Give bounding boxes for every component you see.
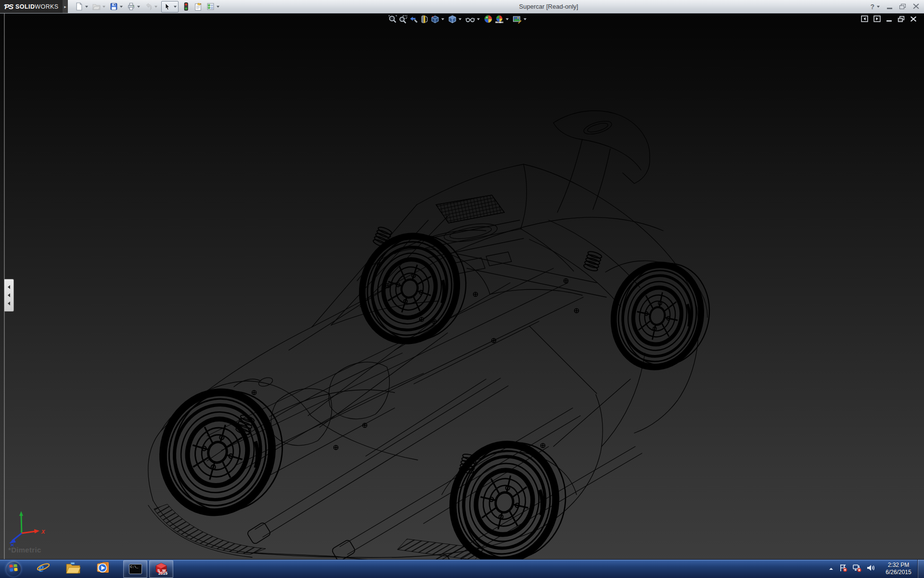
document-minimize-button[interactable] (886, 15, 892, 24)
view-orientation-button[interactable] (430, 14, 447, 24)
app-minimize-button[interactable] (887, 4, 892, 9)
brand-bold: SOLID (15, 3, 35, 10)
save-button[interactable] (109, 1, 123, 12)
headsup-view-toolbar (388, 14, 529, 24)
rebuild-button[interactable] (182, 1, 190, 12)
select-button[interactable] (163, 1, 172, 12)
save-dropdown-arrow[interactable] (120, 6, 123, 8)
wireframe-supercar (0, 13, 924, 560)
select-dropdown-arrow[interactable] (174, 6, 177, 8)
apply-scene-icon (495, 14, 504, 24)
media-player-icon (96, 561, 110, 577)
triad-x-label: X (41, 529, 45, 535)
undo-icon (144, 2, 153, 11)
internet-explorer-icon: e (36, 561, 51, 577)
new-document-button[interactable] (75, 1, 89, 12)
hide-show-items-icon (465, 15, 475, 24)
network-status-button[interactable] (853, 564, 861, 574)
select-button-group (161, 1, 179, 13)
chevron-up-icon (828, 566, 834, 571)
help-dropdown-arrow[interactable] (877, 6, 880, 8)
app-window-controls: ? (870, 0, 919, 13)
document-minimize-icon (886, 15, 892, 24)
volume-button[interactable] (867, 564, 875, 574)
print-dropdown-arrow[interactable] (137, 6, 140, 8)
view-settings-dropdown-arrow[interactable] (524, 18, 526, 20)
document-restore-button[interactable] (898, 15, 905, 24)
show-hidden-icons-button[interactable] (828, 566, 834, 571)
command-prompt-button[interactable]: C:\_ (123, 560, 147, 578)
collapse-panel-left-button[interactable] (861, 15, 868, 24)
section-view-button[interactable] (420, 14, 429, 24)
app-close-button[interactable] (913, 2, 919, 11)
svg-text:e: e (38, 561, 44, 575)
open-icon (92, 2, 101, 11)
zoom-to-area-icon (399, 15, 408, 24)
restore-icon (899, 4, 906, 9)
document-restore-icon (898, 15, 905, 24)
zoom-to-fit-button[interactable] (388, 14, 398, 24)
hide-show-items-dropdown-arrow[interactable] (477, 18, 480, 20)
solidworks-taskbar-button[interactable]: S W 2015 (149, 560, 173, 578)
expand-panel-right-button[interactable] (873, 15, 881, 24)
options-dropdown-arrow[interactable] (217, 6, 219, 8)
solidworks-logo-icon: ƤS (4, 2, 13, 11)
action-center-flag-icon (839, 564, 847, 574)
options-button[interactable] (206, 1, 220, 12)
solidworks-2015-icon: S W 2015 (155, 563, 167, 575)
expand-panel-right-icon (873, 15, 881, 24)
feature-panel-collapsed-tab[interactable] (4, 279, 14, 312)
document-close-icon (910, 15, 917, 24)
view-settings-icon (513, 15, 522, 24)
collapse-arrow-icon (8, 302, 10, 305)
zoom-to-area-button[interactable] (398, 14, 408, 24)
select-cursor-icon (164, 3, 171, 11)
view-settings-button[interactable] (512, 14, 529, 24)
display-style-dropdown-arrow[interactable] (459, 18, 462, 20)
orientation-triad: X (6, 510, 49, 549)
save-icon (110, 2, 118, 11)
clock-time: 2:32 PM (881, 562, 916, 569)
start-button[interactable] (6, 561, 21, 577)
view-orientation-dropdown-arrow[interactable] (441, 18, 444, 20)
file-properties-button[interactable] (193, 1, 203, 12)
open-dropdown-arrow[interactable] (103, 6, 105, 8)
collapse-panel-left-icon (861, 15, 868, 24)
file-properties-icon (194, 2, 202, 11)
display-style-icon (448, 15, 457, 24)
new-document-dropdown-arrow[interactable] (85, 6, 88, 8)
edit-appearance-button[interactable] (483, 14, 493, 24)
previous-view-button[interactable] (409, 14, 419, 24)
window-title: Supercar [Read-only] (519, 0, 578, 13)
apply-scene-button[interactable] (494, 14, 511, 24)
previous-view-icon (410, 15, 418, 24)
print-icon (127, 2, 135, 11)
menu-expand-button[interactable]: ▸ (63, 0, 68, 13)
undo-dropdown-arrow[interactable] (154, 6, 157, 8)
internet-explorer-button[interactable]: e (34, 560, 53, 578)
graphics-viewport[interactable]: X *Dimetric (0, 13, 924, 560)
section-view-icon (420, 15, 429, 24)
speaker-icon (867, 564, 875, 574)
taskbar-clock[interactable]: 2:32 PM 6/26/2015 (881, 562, 916, 576)
undo-button[interactable] (144, 1, 158, 12)
windows-logo-icon (9, 563, 18, 575)
show-desktop-button[interactable] (917, 560, 924, 578)
document-close-button[interactable] (910, 15, 917, 24)
app-restore-button[interactable] (899, 4, 906, 9)
file-explorer-button[interactable] (64, 560, 83, 578)
collapse-arrow-icon (8, 285, 10, 289)
solidworks-window: ƤS SOLIDWORKS ▸ (0, 0, 924, 578)
solidworks-logo: ƤS SOLIDWORKS (0, 0, 63, 13)
open-button[interactable] (92, 1, 106, 12)
options-icon (206, 2, 215, 11)
print-button[interactable] (127, 1, 141, 12)
media-player-button[interactable] (93, 560, 113, 578)
hide-show-items-button[interactable] (465, 14, 482, 24)
display-style-button[interactable] (448, 14, 464, 24)
solidworks-year-label: 2015 (158, 571, 167, 576)
apply-scene-dropdown-arrow[interactable] (506, 18, 509, 20)
edit-appearance-icon (484, 14, 493, 24)
action-center-button[interactable] (839, 564, 847, 574)
help-button[interactable]: ? (870, 3, 880, 11)
